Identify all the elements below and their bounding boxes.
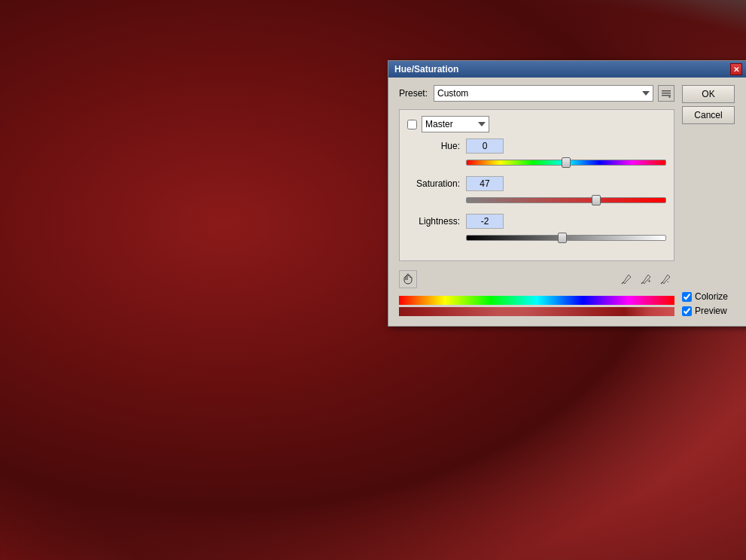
svg-line-4 xyxy=(622,282,623,284)
svg-rect-1 xyxy=(662,93,671,94)
eyedropper-add-button[interactable]: + xyxy=(637,270,655,288)
colorize-label: Colorize xyxy=(695,291,728,302)
preview-label: Preview xyxy=(695,306,727,316)
eyedropper-button[interactable] xyxy=(617,270,635,288)
colorize-checkbox[interactable] xyxy=(682,292,692,302)
eyedropper-icon xyxy=(621,274,632,285)
preset-select[interactable]: Custom xyxy=(434,85,653,102)
svg-text:+: + xyxy=(647,278,651,285)
saturation-row: Saturation: xyxy=(407,176,666,191)
dialog-content: Preset: Custom xyxy=(388,78,746,326)
ok-button[interactable]: OK xyxy=(682,85,735,103)
svg-text:-: - xyxy=(667,278,669,285)
lightness-row: Lightness: xyxy=(407,214,666,229)
rainbow-spectrum-bar xyxy=(399,296,674,305)
lightness-thumb[interactable] xyxy=(558,233,567,243)
channel-checkbox[interactable] xyxy=(407,120,417,129)
hue-slider-container xyxy=(466,157,666,169)
right-panel: OK Cancel Colorize Preview xyxy=(674,85,738,318)
saturation-label: Saturation: xyxy=(407,178,460,189)
preset-menu-svg xyxy=(661,89,671,98)
dialog-titlebar: Hue/Saturation ✕ xyxy=(388,61,746,78)
lightness-track[interactable] xyxy=(466,235,666,241)
lightness-slider-container xyxy=(466,232,666,244)
eyedropper-buttons: + - xyxy=(617,270,674,288)
colorize-row: Colorize xyxy=(682,291,738,302)
right-bottom-checks: Colorize Preview xyxy=(682,291,738,318)
saturation-track[interactable] xyxy=(466,197,666,203)
channel-area: Master Hue: Saturat xyxy=(399,109,674,261)
right-top-buttons: OK Cancel xyxy=(682,85,738,124)
eyedropper-subtract-icon: - xyxy=(660,274,671,285)
svg-line-7 xyxy=(661,282,662,284)
svg-line-5 xyxy=(641,282,643,284)
hand-tool-button[interactable] xyxy=(399,270,417,288)
spectrum-container xyxy=(399,296,674,316)
svg-rect-0 xyxy=(662,90,671,92)
close-button[interactable]: ✕ xyxy=(730,63,742,75)
svg-marker-3 xyxy=(668,96,671,98)
saturation-input[interactable] xyxy=(466,176,504,191)
tools-row: + - xyxy=(399,267,674,291)
channel-select[interactable]: Master xyxy=(422,116,489,132)
hue-row: Hue: xyxy=(407,138,666,154)
channel-row: Master xyxy=(407,116,666,132)
svg-rect-2 xyxy=(662,95,671,96)
result-spectrum-bar xyxy=(399,307,674,316)
hue-saturation-dialog: Hue/Saturation ✕ Preset: Custom xyxy=(388,60,746,327)
eyedropper-subtract-button[interactable]: - xyxy=(656,270,674,288)
preset-row: Preset: Custom xyxy=(399,85,674,102)
preview-checkbox[interactable] xyxy=(682,306,692,316)
saturation-thumb[interactable] xyxy=(592,195,601,205)
lightness-input[interactable] xyxy=(466,214,504,229)
cancel-button[interactable]: Cancel xyxy=(682,106,735,124)
hue-label: Hue: xyxy=(407,141,460,151)
lightness-label: Lightness: xyxy=(407,216,460,227)
dialog-title: Hue/Saturation xyxy=(394,64,458,75)
hand-icon xyxy=(402,273,414,285)
saturation-slider-container xyxy=(466,194,666,206)
hue-track[interactable] xyxy=(466,160,666,166)
preview-row: Preview xyxy=(682,306,738,316)
hue-input[interactable] xyxy=(466,138,504,154)
left-panel: Preset: Custom xyxy=(399,85,674,318)
preset-menu-icon[interactable] xyxy=(658,85,674,102)
hue-thumb[interactable] xyxy=(562,157,571,168)
eyedropper-add-icon: + xyxy=(641,274,651,285)
preset-label: Preset: xyxy=(399,88,429,99)
